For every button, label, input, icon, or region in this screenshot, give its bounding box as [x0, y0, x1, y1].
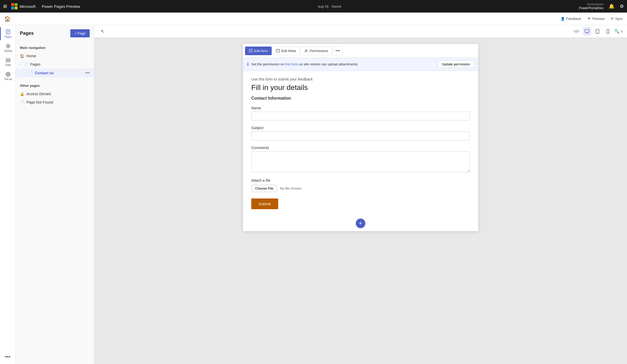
svg-rect-11: [585, 30, 589, 32]
preview-button[interactable]: 👁 Preview: [588, 17, 605, 21]
topbar-right: Environment PowerPortalDev 🔔 ⚙: [579, 3, 624, 10]
app-title-label: Power Pages Preview: [42, 4, 80, 9]
sync-button[interactable]: ⟳ Sync: [611, 17, 623, 21]
microsoft-logo: Microsoft: [11, 3, 36, 9]
nav-item-access-denied[interactable]: 🔒 Access Denied: [16, 90, 94, 98]
nav-item-access-denied-label: Access Denied: [26, 92, 51, 96]
permission-notice-text: Set the permission on this form so site …: [251, 62, 435, 66]
comments-field: Comments: [251, 146, 470, 173]
tablet-view-btn[interactable]: [593, 27, 602, 36]
no-file-text: No file chosen: [280, 186, 301, 190]
svg-rect-6: [6, 59, 10, 59]
sync-icon: ⟳: [611, 17, 614, 21]
mobile-icon: [606, 29, 610, 34]
sync-label: Sync: [615, 17, 623, 21]
update-permission-button[interactable]: Update permission: [438, 60, 474, 68]
svg-rect-7: [6, 60, 10, 61]
nav-item-contact-label: Contact us: [35, 71, 54, 75]
comments-label: Comments: [251, 146, 470, 150]
zoom-chevron: ∨: [620, 30, 623, 33]
permissions-icon: [304, 49, 308, 53]
nav-item-page-not-found-label: Page Not Found: [26, 100, 53, 104]
name-label: Name: [251, 106, 470, 110]
permissions-button[interactable]: Permissions: [300, 47, 332, 55]
comments-textarea[interactable]: [251, 151, 470, 172]
feedback-button[interactable]: 👤 Feedback: [561, 17, 581, 21]
choose-file-button[interactable]: Choose File: [251, 185, 277, 192]
sidebar-item-pages[interactable]: Pages: [0, 27, 15, 40]
waffle-icon[interactable]: ⊞: [3, 3, 7, 9]
svg-point-17: [608, 33, 608, 33]
sidebar-item-styling[interactable]: Styling: [0, 41, 15, 54]
styling-icon: [5, 43, 11, 49]
add-section-icon: +: [359, 220, 362, 227]
main-nav-title: Main navigation: [16, 44, 94, 52]
canvas-area: ↖: [94, 25, 627, 364]
code-view-btn[interactable]: [572, 27, 581, 36]
edit-fields-button[interactable]: Edit fields: [272, 47, 300, 55]
nav-item-contact-us[interactable]: 📄 Contact us •••: [16, 69, 94, 77]
svg-point-5: [7, 45, 9, 47]
attach-label: Attach a file: [251, 178, 470, 183]
notification-icon[interactable]: 🔔: [609, 3, 614, 9]
sidebar-item-data[interactable]: Data: [0, 55, 15, 69]
desktop-icon: [585, 29, 589, 34]
chevron-icon: ›: [20, 62, 21, 66]
sidebar-more-icon[interactable]: •••: [5, 354, 10, 360]
form-title: Fill in your details: [251, 83, 470, 92]
env-label: Environment: [587, 3, 603, 6]
name-input[interactable]: [251, 112, 470, 121]
add-section-row: +: [243, 215, 478, 231]
zoom-control[interactable]: 🔍 ∨: [614, 29, 623, 34]
desktop-view-btn[interactable]: [583, 27, 591, 36]
canvas-frame: Edit form Edit fields: [243, 44, 478, 231]
home-icon[interactable]: 🏠: [4, 16, 11, 22]
topbar-center: aug-18 - Saved: [84, 4, 575, 8]
svg-line-10: [576, 30, 577, 33]
subject-input[interactable]: [251, 132, 470, 140]
svg-point-9: [8, 74, 9, 75]
submit-button[interactable]: Submit: [251, 198, 278, 209]
other-pages-title: Other pages: [16, 82, 94, 90]
subject-field: Subject: [251, 126, 470, 140]
pointer-tool-btn[interactable]: ↖: [98, 27, 107, 36]
sidebar-item-setup-label: Set up: [4, 78, 12, 81]
pages-panel-header: Pages + Page: [16, 25, 94, 42]
icon-sidebar: Pages Styling Data Set up •••: [0, 25, 16, 364]
canvas-scroll[interactable]: Edit form Edit fields: [94, 38, 627, 364]
zoom-icon: 🔍: [614, 29, 619, 34]
name-field: Name: [251, 106, 470, 121]
microsoft-logo-icon: [11, 3, 18, 9]
mobile-view-btn[interactable]: [604, 27, 612, 36]
nav-item-home[interactable]: 🏠 Home: [16, 52, 94, 60]
nav-item-pages[interactable]: › 📄 Pages: [16, 60, 94, 69]
topbar: ⊞ Microsoft Power Pages Preview aug-18 -…: [0, 0, 627, 13]
env-name: PowerPortalDev: [579, 6, 603, 10]
pages-nav-icon: 📄: [24, 62, 28, 66]
attach-field: Attach a file Choose File No file chosen: [251, 178, 470, 192]
edit-form-button[interactable]: Edit form: [245, 47, 272, 55]
nav-item-more-icon[interactable]: •••: [85, 71, 90, 75]
sidebar-item-setup[interactable]: Set up: [0, 70, 15, 83]
pages-panel-content: Main navigation 🏠 Home › 📄 Pages 📄 Conta…: [16, 42, 94, 364]
preview-label: Preview: [592, 17, 605, 21]
add-section-button[interactable]: +: [356, 219, 365, 228]
data-icon: [5, 58, 11, 63]
edit-fields-icon: [276, 49, 280, 53]
add-page-button[interactable]: + Page: [70, 29, 90, 37]
form-toolbar: Edit form Edit fields: [243, 44, 478, 58]
sidebar-item-styling-label: Styling: [4, 49, 12, 52]
settings-icon[interactable]: ⚙: [620, 3, 624, 9]
sidebar-item-data-label: Data: [5, 64, 11, 66]
nav-item-page-not-found[interactable]: 📄 Page Not Found: [16, 98, 94, 106]
second-bar: 🏠 👤 Feedback 👁 Preview ⟳ Sync: [0, 13, 627, 25]
canvas-toolbar-left: ↖: [98, 27, 107, 36]
main-area: Pages Styling Data Set up •••: [0, 25, 627, 364]
svg-rect-18: [249, 49, 252, 52]
form-toolbar-more-button[interactable]: •••: [333, 46, 343, 55]
environment-info: Environment PowerPortalDev: [579, 3, 603, 10]
pages-panel: Pages + Page Main navigation 🏠 Home › 📄 …: [16, 25, 94, 364]
access-denied-icon: 🔒: [20, 92, 24, 96]
this-form-link[interactable]: this form: [285, 62, 298, 66]
contact-info-section: Contact Information: [251, 96, 470, 101]
